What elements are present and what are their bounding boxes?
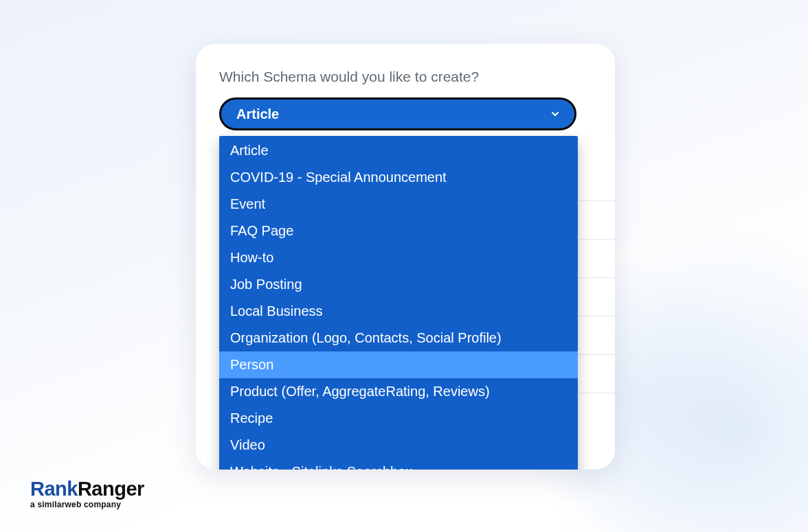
dropdown-option[interactable]: COVID-19 - Special Announcement [219, 164, 578, 191]
schema-select[interactable]: Article [219, 97, 576, 130]
logo-part-ranger: Ranger [78, 478, 144, 500]
dropdown-option[interactable]: Product (Offer, AggregateRating, Reviews… [219, 378, 578, 405]
dropdown-option[interactable]: Article [219, 137, 578, 164]
dropdown-option[interactable]: Event [219, 191, 578, 218]
logo-sub-prefix: a [30, 500, 37, 509]
dropdown-option[interactable]: Person [219, 351, 578, 378]
dropdown-option[interactable]: Recipe [219, 405, 578, 432]
schema-select-wrap: Article ArticleCOVID-19 - Special Announ… [219, 97, 592, 130]
dropdown-option[interactable]: How-to [219, 244, 578, 271]
logo-tagline: a similarweb company [30, 500, 144, 509]
dropdown-option[interactable]: FAQ Page [219, 218, 578, 244]
schema-select-value: Article [236, 106, 279, 122]
schema-card: Which Schema would you like to create? A… [196, 44, 615, 470]
logo-part-rank: Rank [30, 478, 78, 500]
logo-wordmark: RankRanger [30, 479, 144, 499]
dropdown-option[interactable]: Organization (Logo, Contacts, Social Pro… [219, 325, 578, 351]
logo-sub-suffix: company [81, 500, 121, 509]
chevron-down-icon [550, 108, 561, 119]
dropdown-option[interactable]: Job Posting [219, 271, 578, 298]
rankranger-logo: RankRanger a similarweb company [30, 479, 144, 509]
logo-sub-brand: similarweb [37, 500, 81, 509]
dropdown-option[interactable]: Website - Sitelinks Searchbox [219, 459, 578, 470]
schema-dropdown[interactable]: ArticleCOVID-19 - Special AnnouncementEv… [219, 136, 578, 470]
prompt-label: Which Schema would you like to create? [219, 69, 592, 85]
dropdown-option[interactable]: Local Business [219, 298, 578, 325]
dropdown-option[interactable]: Video [219, 432, 578, 459]
